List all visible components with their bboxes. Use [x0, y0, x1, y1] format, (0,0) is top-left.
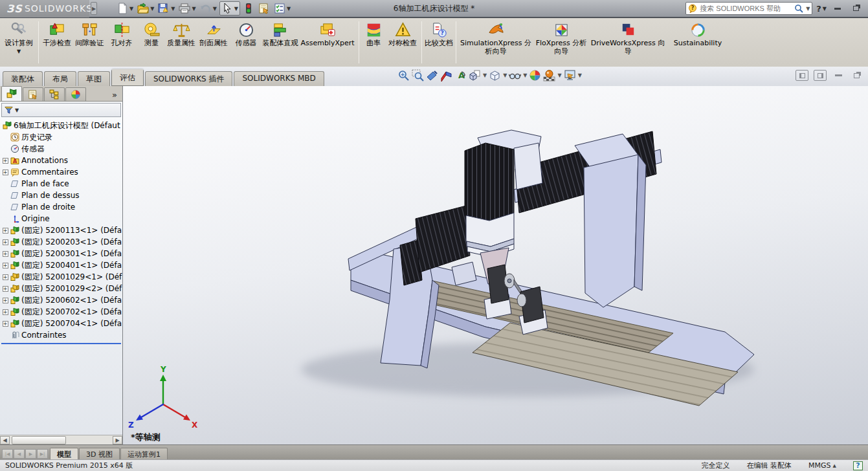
feature-manager-tab[interactable]: [1, 86, 22, 101]
rebuild-button[interactable]: [241, 2, 256, 15]
status-help-icon[interactable]: ?: [853, 461, 863, 470]
first-tab-button[interactable]: |◀: [2, 449, 13, 459]
tree-item-origin[interactable]: Origine: [0, 213, 122, 225]
simulationxpress-button[interactable]: SimulationXpress 分析向导: [458, 19, 533, 65]
dropdown-arrow-icon[interactable]: ▼: [483, 72, 487, 78]
tree-item-comments[interactable]: +Commentaires: [0, 166, 122, 178]
assembly-xpert-button[interactable]: AssemblyXpert: [298, 19, 357, 65]
file-properties-button[interactable]: [257, 2, 271, 15]
assembly-visualization-button[interactable]: 装配体直观: [262, 19, 298, 65]
search-input[interactable]: [700, 5, 792, 12]
previous-view-icon[interactable]: [426, 69, 438, 82]
symmetry-check-button[interactable]: 对称检查: [386, 19, 419, 65]
open-button[interactable]: ▼: [136, 2, 155, 15]
last-tab-button[interactable]: ▶|: [37, 449, 48, 459]
scroll-left-arrow[interactable]: ◀: [0, 436, 10, 444]
section-view-icon[interactable]: [440, 69, 452, 82]
restore-button[interactable]: [849, 3, 863, 14]
tree-item-root[interactable]: 6轴加工机床设计模型 (Défaut: [0, 120, 122, 131]
magnifier-icon[interactable]: [794, 4, 803, 13]
tab-assembly[interactable]: 装配体: [3, 71, 43, 86]
select-tool-button[interactable]: ▼: [219, 1, 240, 16]
tree-item-mates[interactable]: Contraintes: [0, 329, 122, 341]
hole-alignment-button[interactable]: 孔对齐: [106, 19, 138, 65]
expand-icon[interactable]: +: [3, 263, 8, 268]
expand-icon[interactable]: +: [3, 251, 8, 257]
machine-model[interactable]: Y X Z: [123, 86, 868, 444]
panel-overflow-chevron[interactable]: »: [108, 90, 121, 101]
display-manager-tab[interactable]: [65, 87, 86, 101]
expand-icon[interactable]: +: [3, 158, 8, 164]
annotation-view-icon[interactable]: [454, 69, 467, 82]
graphics-viewport[interactable]: Y X Z *等轴测: [123, 86, 868, 444]
dropdown-arrow-icon[interactable]: ▼: [523, 72, 527, 78]
apply-scene-icon[interactable]: [543, 69, 555, 82]
cnc-machine[interactable]: [348, 130, 754, 406]
tab-layout[interactable]: 布局: [44, 71, 76, 86]
dropdown-arrow-icon[interactable]: ▼: [213, 6, 217, 12]
dropdown-arrow-icon[interactable]: ▼: [192, 6, 195, 12]
expand-icon[interactable]: +: [3, 239, 8, 245]
hide-show-items-icon[interactable]: [509, 69, 521, 82]
motion-study-tab[interactable]: 运动算例1: [120, 448, 168, 459]
tree-item-front-plane[interactable]: Plan de face: [0, 178, 122, 190]
expand-icon[interactable]: +: [3, 170, 8, 175]
save-button[interactable]: ▼: [157, 2, 176, 15]
tree-item-sensors[interactable]: 传感器: [0, 143, 122, 155]
minimize-button[interactable]: [830, 3, 845, 14]
tree-item-top-plane[interactable]: Plan de dessus: [0, 190, 122, 201]
tree-item-component[interactable]: +(固定) 5200113<1> (Défa: [0, 225, 122, 236]
expand-icon[interactable]: +: [3, 298, 8, 303]
curvature-button[interactable]: 曲率: [361, 19, 386, 65]
filter-dropdown-arrow[interactable]: ▼: [15, 107, 19, 113]
expand-icon[interactable]: +: [3, 286, 8, 292]
dropdown-arrow-icon[interactable]: ▼: [578, 72, 582, 78]
dropdown-arrow-icon[interactable]: ▼: [503, 72, 507, 78]
display-style-icon[interactable]: [489, 69, 501, 82]
undo-button[interactable]: ▼: [199, 2, 218, 15]
expand-icon[interactable]: +: [3, 274, 8, 280]
dropdown-arrow-icon[interactable]: ▼: [234, 6, 238, 12]
measure-button[interactable]: 测量: [138, 19, 165, 65]
help-button[interactable]: ?▼: [816, 4, 827, 14]
zoom-to-fit-icon[interactable]: [397, 69, 410, 82]
view-orientation-icon[interactable]: [469, 69, 481, 82]
clearance-verification-button[interactable]: 间隙验证: [73, 19, 106, 65]
tree-item-component[interactable]: +(固定) 52001029<1> (Déf: [0, 271, 122, 283]
view-settings-icon[interactable]: [564, 69, 576, 82]
tab-solidworks-addins[interactable]: SOLIDWORKS 插件: [145, 71, 232, 86]
tree-item-component[interactable]: +(固定) 5200704<1> (Défa: [0, 318, 122, 329]
compare-documents-button[interactable]: 比较文档: [424, 19, 454, 65]
dropdown-arrow-icon[interactable]: ▼: [129, 6, 133, 12]
tree-item-right-plane[interactable]: Plan de droite: [0, 201, 122, 213]
expand-icon[interactable]: +: [3, 228, 8, 234]
tree-item-component[interactable]: +(固定) 5200602<1> (Défa: [0, 294, 122, 306]
collapse-pane-right-button[interactable]: [814, 70, 827, 81]
3d-views-tab[interactable]: 3D 视图: [79, 448, 120, 459]
tree-item-annotations[interactable]: +Annotations: [0, 155, 122, 166]
edit-appearance-icon[interactable]: [529, 69, 541, 82]
property-manager-tab[interactable]: [23, 87, 43, 101]
tree-item-component[interactable]: +(固定) 5200702<1> (Défa: [0, 306, 122, 318]
prev-tab-button[interactable]: ◀: [14, 449, 25, 459]
doc-restore-button[interactable]: [850, 70, 863, 81]
sensor-button[interactable]: 传感器: [230, 19, 262, 65]
print-button[interactable]: ▼: [177, 2, 197, 15]
sustainability-button[interactable]: Sustainability: [667, 19, 729, 65]
expand-icon[interactable]: +: [3, 309, 8, 315]
interference-check-button[interactable]: 干涉检查: [41, 19, 73, 65]
driveworksxpress-button[interactable]: DriveWorksXpress 向导: [589, 19, 667, 65]
design-study-button[interactable]: 设计算例▼: [1, 19, 36, 65]
section-properties-button[interactable]: 剖面属性: [197, 19, 230, 65]
tree-item-history[interactable]: 历史记录: [0, 131, 122, 143]
tree-filter[interactable]: ▼: [1, 103, 121, 117]
tree-horizontal-scrollbar[interactable]: ◀ ▶: [0, 435, 122, 444]
dropdown-arrow-icon[interactable]: ▼: [287, 6, 291, 12]
model-tab[interactable]: 模型: [50, 448, 78, 459]
tree-item-component[interactable]: +(固定) 52001029<2> (Déf: [0, 283, 122, 294]
tree-item-component[interactable]: +(固定) 5200401<1> (Défa: [0, 259, 122, 271]
tab-evaluate[interactable]: 评估: [111, 69, 144, 86]
collapse-pane-left-button[interactable]: [796, 70, 808, 81]
floxpress-button[interactable]: FloXpress 分析向导: [533, 19, 589, 65]
scroll-right-arrow[interactable]: ▶: [113, 436, 122, 444]
